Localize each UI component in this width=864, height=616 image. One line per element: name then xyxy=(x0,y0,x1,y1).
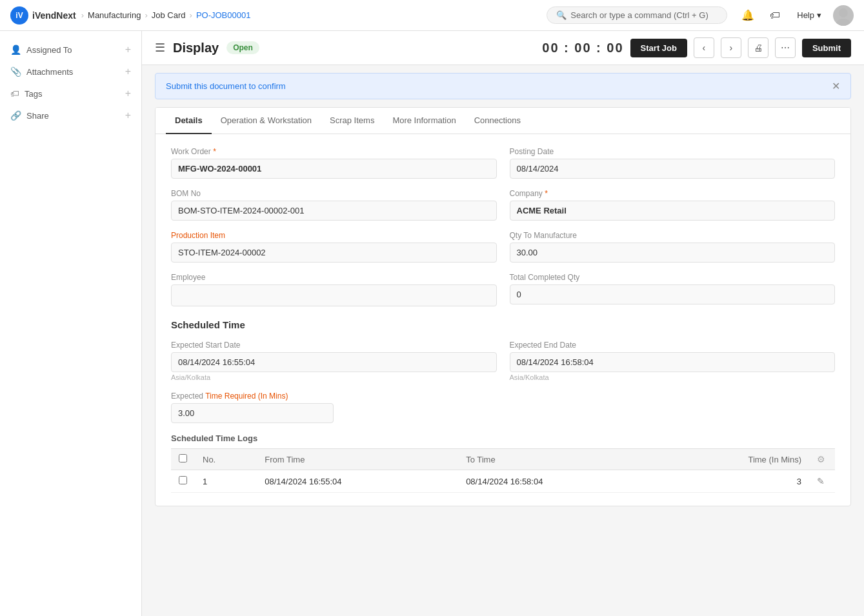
row-to-time: 08/14/2024 16:58:04 xyxy=(458,470,659,493)
page-title: Display xyxy=(173,41,219,55)
expected-end-date-group: Expected End Date Asia/Kolkata xyxy=(510,341,836,381)
tab-more-information[interactable]: More Information xyxy=(383,108,465,134)
form-row-6: Expected Time Required (In Mins) xyxy=(171,392,835,423)
qty-to-manufacture-group: Qty To Manufacture xyxy=(510,231,836,263)
scheduled-time-logs-title: Scheduled Time Logs xyxy=(171,433,835,443)
production-item-group: Production Item xyxy=(171,231,497,263)
company-label: Company * xyxy=(510,189,836,198)
posting-date-group: Posting Date xyxy=(510,147,836,179)
production-item-input[interactable] xyxy=(171,243,497,263)
table-header-time-in-mins: Time (In Mins) xyxy=(659,449,809,470)
total-completed-qty-input[interactable] xyxy=(510,284,836,304)
tab-connections[interactable]: Connections xyxy=(465,108,530,134)
sidebar-item-attachments[interactable]: 📎 Attachments + xyxy=(0,61,141,83)
table-header-no: No. xyxy=(195,449,257,470)
add-tag-icon[interactable]: + xyxy=(125,88,131,99)
form-row-1: Work Order * Posting Date xyxy=(171,147,835,179)
page-header: ☰ Display Open 00 : 00 : 00 Start Job ‹ … xyxy=(142,31,864,65)
form-body: Work Order * Posting Date BOM No xyxy=(156,134,850,506)
form-row-4: Employee Total Completed Qty xyxy=(171,273,835,306)
expected-time-input[interactable] xyxy=(171,403,334,423)
main-content: ☰ Display Open 00 : 00 : 00 Start Job ‹ … xyxy=(142,31,864,616)
employee-input[interactable] xyxy=(171,284,497,306)
work-order-input[interactable] xyxy=(171,159,497,179)
posting-date-input[interactable] xyxy=(510,159,836,179)
company-input[interactable] xyxy=(510,201,836,221)
app-logo[interactable]: iV iVendNext xyxy=(10,6,76,25)
submit-button[interactable]: Submit xyxy=(802,39,851,57)
expected-end-date-input[interactable] xyxy=(510,352,836,372)
table-row: 1 08/14/2024 16:55:04 08/14/2024 16:58:0… xyxy=(171,470,835,493)
row-checkbox-cell xyxy=(171,470,195,493)
hamburger-menu[interactable]: ☰ xyxy=(155,41,165,55)
tag-icon: 🏷 xyxy=(10,88,19,99)
bom-no-label: BOM No xyxy=(171,189,497,198)
expected-start-date-label: Expected Start Date xyxy=(171,341,497,350)
breadcrumb-current[interactable]: PO-JOB00001 xyxy=(196,10,251,20)
employee-group: Employee xyxy=(171,273,497,306)
scheduled-time-logs-table: No. From Time To Time Time (In Mins) ⚙ xyxy=(171,448,835,493)
alert-message: Submit this document to confirm xyxy=(166,81,286,91)
breadcrumb: › Manufacturing › Job Card › PO-JOB00001 xyxy=(81,10,251,20)
app-layout: 👤 Assigned To + 📎 Attachments + 🏷 Tags +… xyxy=(0,31,864,616)
topnav: iV iVendNext › Manufacturing › Job Card … xyxy=(0,0,864,31)
row-edit-cell: ✎ xyxy=(809,470,835,493)
expected-start-date-group: Expected Start Date Asia/Kolkata xyxy=(171,341,497,381)
breadcrumb-job-card[interactable]: Job Card xyxy=(152,10,186,20)
total-completed-qty-group: Total Completed Qty xyxy=(510,273,836,306)
svg-point-1 xyxy=(836,19,850,26)
row-checkbox[interactable] xyxy=(179,476,187,484)
row-edit-icon[interactable]: ✎ xyxy=(817,476,825,486)
add-attachment-icon[interactable]: + xyxy=(125,66,131,77)
start-job-button[interactable]: Start Job xyxy=(630,39,687,57)
alert-banner: Submit this document to confirm ✕ xyxy=(155,73,851,99)
sidebar-item-tags[interactable]: 🏷 Tags + xyxy=(0,83,141,104)
sidebar: 👤 Assigned To + 📎 Attachments + 🏷 Tags +… xyxy=(0,31,142,616)
expected-start-date-input[interactable] xyxy=(171,352,497,372)
tab-details[interactable]: Details xyxy=(166,108,212,134)
row-time-in-mins: 3 xyxy=(659,470,809,493)
form-card: Details Operation & Workstation Scrap It… xyxy=(155,107,851,506)
table-header-to-time: To Time xyxy=(458,449,659,470)
print-button[interactable]: 🖨 xyxy=(748,37,769,58)
start-timezone: Asia/Kolkata xyxy=(171,373,497,381)
sidebar-item-assigned-to[interactable]: 👤 Assigned To + xyxy=(0,39,141,61)
alert-close-button[interactable]: ✕ xyxy=(832,80,840,92)
app-name: iVendNext xyxy=(32,10,76,21)
search-icon: 🔍 xyxy=(556,10,567,20)
breadcrumb-manufacturing[interactable]: Manufacturing xyxy=(88,10,141,20)
select-all-checkbox[interactable] xyxy=(179,454,187,462)
form-row-5: Expected Start Date Asia/Kolkata Expecte… xyxy=(171,341,835,381)
add-assigned-to-icon[interactable]: + xyxy=(125,44,131,55)
search-bar[interactable]: 🔍 Search or type a command (Ctrl + G) xyxy=(547,6,727,24)
tags-icon[interactable]: 🏷 xyxy=(765,5,785,26)
svg-point-0 xyxy=(839,8,848,17)
search-placeholder: Search or type a command (Ctrl + G) xyxy=(570,10,708,20)
sidebar-item-label-assigned-to: Assigned To xyxy=(26,45,72,55)
table-header-checkbox xyxy=(171,449,195,470)
bom-no-group: BOM No xyxy=(171,189,497,221)
form-row-2: BOM No Company * xyxy=(171,189,835,221)
sidebar-item-label-tags: Tags xyxy=(25,89,42,99)
work-order-label: Work Order * xyxy=(171,147,497,156)
row-from-time: 08/14/2024 16:55:04 xyxy=(257,470,458,493)
help-button[interactable]: Help ▾ xyxy=(792,8,827,23)
notifications-icon[interactable]: 🔔 xyxy=(738,5,758,26)
qty-to-manufacture-input[interactable] xyxy=(510,243,836,263)
expected-end-date-label: Expected End Date xyxy=(510,341,836,350)
sidebar-item-share[interactable]: 🔗 Share + xyxy=(0,104,141,126)
more-options-button[interactable]: ⋯ xyxy=(775,37,796,58)
bom-no-input[interactable] xyxy=(171,201,497,221)
qty-to-manufacture-label: Qty To Manufacture xyxy=(510,231,836,240)
company-group: Company * xyxy=(510,189,836,221)
table-settings-icon[interactable]: ⚙ xyxy=(817,454,825,464)
user-avatar[interactable] xyxy=(833,5,854,26)
scheduled-time-title: Scheduled Time xyxy=(171,319,835,330)
tab-operation-workstation[interactable]: Operation & Workstation xyxy=(212,108,321,134)
posting-date-label: Posting Date xyxy=(510,147,836,156)
tab-scrap-items[interactable]: Scrap Items xyxy=(321,108,383,134)
prev-button[interactable]: ‹ xyxy=(694,37,714,58)
add-share-icon[interactable]: + xyxy=(125,110,131,121)
next-button[interactable]: › xyxy=(721,37,741,58)
total-completed-qty-label: Total Completed Qty xyxy=(510,273,836,282)
